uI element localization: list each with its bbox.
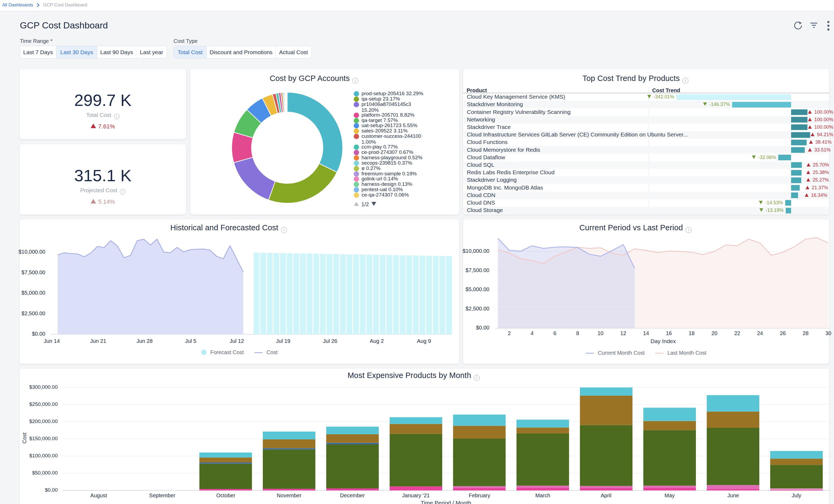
svg-text:Cost: Cost — [21, 433, 27, 444]
